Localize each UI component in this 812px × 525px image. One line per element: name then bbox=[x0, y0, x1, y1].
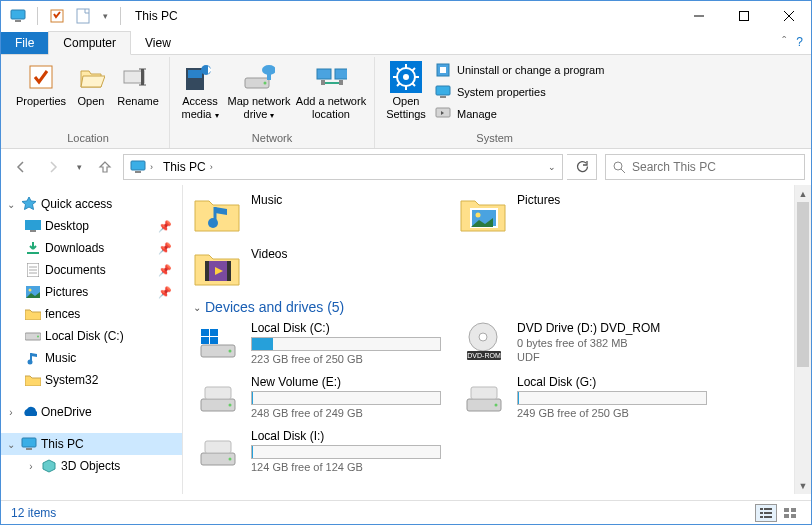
tree-pictures[interactable]: Pictures📌 bbox=[1, 281, 182, 303]
folder-music[interactable]: Music bbox=[193, 191, 443, 235]
tree-3d-objects[interactable]: ›3D Objects bbox=[1, 455, 182, 477]
svg-rect-21 bbox=[339, 80, 343, 85]
window-title: This PC bbox=[131, 9, 178, 23]
desktop-icon bbox=[25, 218, 41, 234]
drive-name: DVD Drive (D:) DVD_ROM bbox=[517, 321, 709, 335]
system-properties-button[interactable]: System properties bbox=[431, 81, 608, 103]
ribbon-collapse-icon[interactable]: ˆ bbox=[782, 35, 786, 49]
address-bar[interactable]: › This PC › ⌄ bbox=[123, 154, 563, 180]
up-button[interactable] bbox=[91, 153, 119, 181]
tree-fences[interactable]: fences bbox=[1, 303, 182, 325]
breadcrumb-thispc[interactable]: This PC › bbox=[159, 155, 217, 179]
tree-quick-access[interactable]: ⌄Quick access bbox=[1, 193, 182, 215]
navigation-bar: ▾ › This PC › ⌄ bbox=[1, 149, 811, 185]
svg-rect-44 bbox=[30, 230, 36, 232]
svg-point-80 bbox=[229, 458, 232, 461]
breadcrumb-root[interactable]: › bbox=[126, 155, 157, 179]
vertical-scrollbar[interactable]: ▲ ▼ bbox=[794, 185, 811, 494]
details-view-button[interactable] bbox=[755, 504, 777, 522]
qat-dropdown-icon[interactable]: ▾ bbox=[98, 5, 112, 27]
svg-rect-68 bbox=[210, 337, 218, 344]
tab-view[interactable]: View bbox=[131, 32, 185, 54]
tab-file[interactable]: File bbox=[1, 32, 48, 54]
uninstall-button[interactable]: Uninstall or change a program bbox=[431, 59, 608, 81]
drive-free-text: 249 GB free of 250 GB bbox=[517, 407, 709, 419]
drive-free-text: 0 bytes free of 382 MB bbox=[517, 337, 709, 349]
search-input[interactable] bbox=[632, 160, 798, 174]
tree-documents[interactable]: Documents📌 bbox=[1, 259, 182, 281]
properties-qat-icon[interactable] bbox=[46, 5, 68, 27]
ribbon-group-location: Properties Open Rename Location bbox=[7, 57, 170, 148]
tab-computer[interactable]: Computer bbox=[48, 31, 131, 55]
system-properties-icon bbox=[435, 84, 451, 100]
svg-rect-56 bbox=[26, 448, 32, 450]
drive-item[interactable]: Local Disk (I:)124 GB free of 124 GB bbox=[193, 429, 443, 473]
folder-videos[interactable]: Videos bbox=[193, 245, 443, 289]
star-icon bbox=[21, 196, 37, 212]
address-dropdown-icon[interactable]: ⌄ bbox=[548, 162, 556, 172]
svg-rect-81 bbox=[205, 441, 231, 453]
close-button[interactable] bbox=[766, 1, 811, 31]
tree-system32[interactable]: System32 bbox=[1, 369, 182, 391]
drive-item[interactable]: New Volume (E:)248 GB free of 249 GB bbox=[193, 375, 443, 419]
minimize-button[interactable] bbox=[676, 1, 721, 31]
add-location-button[interactable]: Add a network location bbox=[294, 57, 368, 130]
drive-grid: Local Disk (C:)223 GB free of 250 GBDVD-… bbox=[193, 321, 784, 473]
folder-pictures[interactable]: Pictures bbox=[459, 191, 709, 235]
svg-rect-78 bbox=[471, 387, 497, 399]
onedrive-icon bbox=[21, 404, 37, 420]
help-icon[interactable]: ? bbox=[796, 35, 803, 49]
svg-rect-55 bbox=[22, 438, 36, 447]
tree-downloads[interactable]: Downloads📌 bbox=[1, 237, 182, 259]
scroll-down-button[interactable]: ▼ bbox=[795, 477, 811, 494]
drive-item[interactable]: DVD-ROMDVD Drive (D:) DVD_ROM0 bytes fre… bbox=[459, 321, 709, 365]
open-settings-button[interactable]: Open Settings bbox=[381, 57, 431, 130]
scroll-thumb[interactable] bbox=[797, 202, 809, 367]
search-box[interactable] bbox=[605, 154, 805, 180]
svg-rect-10 bbox=[141, 69, 144, 85]
drive-item[interactable]: Local Disk (C:)223 GB free of 250 GB bbox=[193, 321, 443, 365]
open-button[interactable]: Open bbox=[69, 57, 113, 130]
pin-icon: 📌 bbox=[158, 264, 172, 277]
svg-point-59 bbox=[476, 213, 481, 218]
tree-onedrive[interactable]: ›OneDrive bbox=[1, 401, 182, 423]
svg-point-25 bbox=[403, 74, 409, 80]
svg-point-53 bbox=[37, 336, 39, 338]
svg-rect-19 bbox=[335, 69, 347, 79]
svg-rect-40 bbox=[135, 171, 141, 173]
large-icons-view-button[interactable] bbox=[779, 504, 801, 522]
recent-dropdown[interactable]: ▾ bbox=[71, 153, 87, 181]
section-devices-header[interactable]: ⌄ Devices and drives (5) bbox=[193, 299, 784, 315]
drive-item[interactable]: Local Disk (G:)249 GB free of 250 GB bbox=[459, 375, 709, 419]
forward-button[interactable] bbox=[39, 153, 67, 181]
svg-rect-35 bbox=[440, 67, 446, 73]
svg-point-41 bbox=[614, 162, 622, 170]
svg-rect-89 bbox=[791, 508, 796, 512]
svg-rect-43 bbox=[25, 220, 41, 230]
pin-icon: 📌 bbox=[158, 286, 172, 299]
maximize-button[interactable] bbox=[721, 1, 766, 31]
properties-button[interactable]: Properties bbox=[13, 57, 69, 130]
svg-rect-86 bbox=[760, 516, 763, 518]
svg-rect-65 bbox=[201, 329, 209, 336]
pin-icon: 📌 bbox=[158, 242, 172, 255]
tree-local-c[interactable]: Local Disk (C:) bbox=[1, 325, 182, 347]
this-pc-icon bbox=[7, 5, 29, 27]
tree-desktop[interactable]: Desktop📌 bbox=[1, 215, 182, 237]
svg-rect-87 bbox=[764, 516, 772, 518]
map-drive-button[interactable]: Map network drive ▾ bbox=[224, 57, 294, 130]
access-media-button[interactable]: Access media ▾ bbox=[176, 57, 224, 130]
titlebar: ▾ This PC bbox=[1, 1, 811, 31]
rename-button[interactable]: Rename bbox=[113, 57, 163, 130]
tree-this-pc[interactable]: ⌄This PC bbox=[1, 433, 182, 455]
pin-icon: 📌 bbox=[158, 220, 172, 233]
manage-button[interactable]: Manage bbox=[431, 103, 608, 125]
svg-point-15 bbox=[264, 82, 267, 85]
new-qat-icon[interactable] bbox=[72, 5, 94, 27]
drive-usage-bar bbox=[251, 445, 441, 459]
refresh-button[interactable] bbox=[567, 154, 597, 180]
back-button[interactable] bbox=[7, 153, 35, 181]
tree-music[interactable]: Music bbox=[1, 347, 182, 369]
scroll-up-button[interactable]: ▲ bbox=[795, 185, 811, 202]
drive-free-text: 223 GB free of 250 GB bbox=[251, 353, 443, 365]
